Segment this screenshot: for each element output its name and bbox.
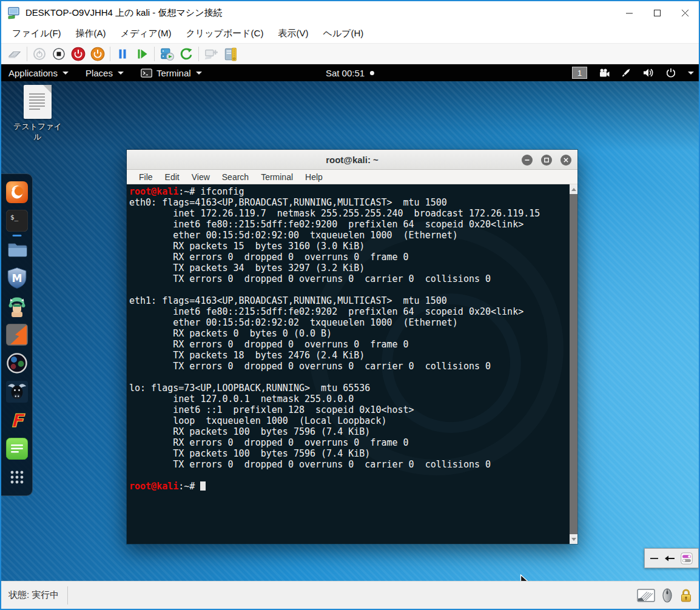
statusbar-separator (67, 586, 68, 605)
dock-item-terminal[interactable]: $_ (1, 210, 33, 232)
toggle-switches-icon[interactable] (681, 552, 693, 565)
pause-button[interactable] (113, 45, 132, 63)
shut-down-button[interactable] (88, 45, 107, 63)
terminal-minimize-button[interactable] (522, 155, 533, 166)
panel-tray: 1 (572, 67, 694, 79)
close-icon (681, 9, 689, 17)
files-folder-icon (6, 238, 28, 260)
terminal-line: inet 127.0.0.1 netmask 255.0.0.0 (129, 394, 570, 404)
maximize-button[interactable] (643, 1, 671, 24)
terminal-close-button[interactable] (560, 155, 571, 166)
back-arrow-icon[interactable] (664, 554, 675, 563)
keyboard-icon (7, 47, 22, 61)
turn-off-button[interactable] (69, 45, 88, 63)
host-menu-item[interactable]: 表示(V) (271, 28, 315, 39)
terminal-menu-item[interactable]: Terminal (255, 172, 299, 182)
toolbar-separator (198, 47, 199, 61)
checkpoint-icon (159, 46, 175, 62)
terminal-menu-label: Terminal (156, 68, 191, 78)
terminal-maximize-button[interactable] (541, 155, 552, 166)
terminal-line: inet6 fe80::215:5dff:fe02:9200 prefixlen… (129, 219, 570, 230)
dock: $_ M (1, 173, 33, 496)
dock-item-maltego[interactable] (1, 352, 33, 374)
metasploit-shield-icon: M (6, 267, 28, 289)
system-menu-caret-icon[interactable] (688, 72, 694, 75)
enhanced-session-zip-icon (223, 46, 238, 62)
resume-icon (135, 47, 149, 61)
clock-text: Sat 00:51 (326, 68, 365, 78)
terminal-app-menu[interactable]: Terminal (141, 68, 202, 78)
host-menu-item[interactable]: ヘルプ(H) (315, 28, 371, 39)
dock-item-burpsuite[interactable] (1, 324, 33, 346)
terminal-line: root@kali:~# (129, 481, 570, 492)
terminal-menu-item[interactable]: Edit (159, 172, 186, 182)
dock-item-faraday[interactable]: F (1, 409, 33, 431)
revert-button[interactable] (177, 45, 196, 63)
places-menu[interactable]: Places (86, 68, 124, 78)
terminal-menu-item[interactable]: Help (299, 172, 329, 182)
enhanced-session-button[interactable] (221, 45, 240, 63)
terminal-line: lo: flags=73<UP,LOOPBACK,RUNNING> mtu 65… (129, 383, 570, 394)
dock-item-beef[interactable] (1, 381, 33, 403)
close-icon (563, 157, 569, 163)
terminal-line: RX errors 0 dropped 0 overruns 0 frame 0 (129, 252, 570, 263)
triangle-down-icon (571, 538, 576, 541)
minimize-dash-icon[interactable] (650, 558, 658, 559)
panel-clock[interactable]: Sat 00:51 (326, 68, 374, 78)
terminal-menu-item[interactable]: File (133, 172, 159, 182)
checkpoint-button[interactable] (157, 45, 177, 63)
terminal-line: eth0: flags=4163<UP,BROADCAST,RUNNING,MU… (129, 197, 570, 208)
terminal-menu-item[interactable]: View (186, 172, 216, 182)
host-menu-item[interactable]: ファイル(F) (5, 28, 69, 39)
dock-item-show-applications[interactable] (1, 466, 33, 488)
terminal-menu-item[interactable]: Search (216, 172, 255, 182)
screen-recorder-icon[interactable] (599, 69, 610, 78)
gnome-top-panel: Applications Places Terminal (1, 64, 699, 81)
minimize-button[interactable] (615, 1, 643, 24)
scroll-down-button[interactable] (570, 534, 577, 544)
dock-item-files[interactable] (1, 238, 33, 260)
dock-item-armitage[interactable] (1, 295, 33, 317)
power-icon[interactable] (666, 68, 676, 78)
app-grid-icon (6, 466, 28, 488)
toolbar-separator (110, 47, 110, 61)
document-icon (24, 85, 52, 119)
volume-icon[interactable] (643, 68, 654, 78)
terminal-line: loop txqueuelen 1000 (Local Loopback) (129, 415, 570, 426)
applications-label: Applications (8, 68, 58, 78)
stop-icon (52, 47, 66, 61)
dock-item-leafpad[interactable] (1, 438, 33, 460)
host-titlebar: DESKTOP-O9VJHH4 上の kali - 仮想マシン接続 (1, 1, 699, 24)
leafpad-icon (6, 438, 28, 460)
workspace-indicator[interactable]: 1 (572, 67, 587, 79)
firefox-icon (6, 181, 28, 203)
dock-item-metasploit[interactable]: M (1, 267, 33, 289)
host-menu-item[interactable]: メディア(M) (113, 28, 179, 39)
terminal-line: root@kali:~# ifconfig (129, 186, 570, 197)
ctrl-alt-del-button[interactable] (5, 45, 24, 63)
stop-button[interactable] (49, 45, 69, 63)
terminal-title: root@kali: ~ (326, 155, 379, 165)
host-menu-item[interactable]: 操作(A) (69, 28, 113, 39)
terminal-line: eth1: flags=4163<UP,BROADCAST,RUNNING,MU… (129, 295, 570, 306)
start-button-disabled (30, 45, 49, 63)
pause-icon (115, 47, 130, 61)
applications-menu[interactable]: Applications (8, 68, 69, 78)
terminal-titlebar[interactable]: root@kali: ~ (127, 150, 577, 170)
host-menu-item[interactable]: クリップボード(C) (178, 28, 271, 39)
resume-button[interactable] (132, 45, 152, 63)
checkpoint-add-disabled-icon (203, 46, 219, 62)
close-button[interactable] (671, 1, 699, 24)
armitage-character-icon (6, 295, 28, 317)
dock-item-firefox[interactable] (1, 181, 33, 203)
burpsuite-icon (6, 324, 28, 346)
terminal-line (129, 470, 570, 481)
input-pen-icon[interactable] (622, 68, 631, 78)
terminal-line: TX errors 0 dropped 0 overruns 0 carrier… (129, 273, 570, 284)
host-statusbar: 状態: 実行中 (1, 581, 699, 609)
terminal-text-area[interactable]: root@kali:~# ifconfigeth0: flags=4163<UP… (127, 184, 570, 544)
scroll-up-button[interactable] (570, 184, 577, 194)
power-red-icon (70, 46, 86, 62)
desktop-file-icon[interactable]: テストファイル (10, 85, 66, 142)
scrollbar-thumb[interactable] (570, 194, 577, 534)
